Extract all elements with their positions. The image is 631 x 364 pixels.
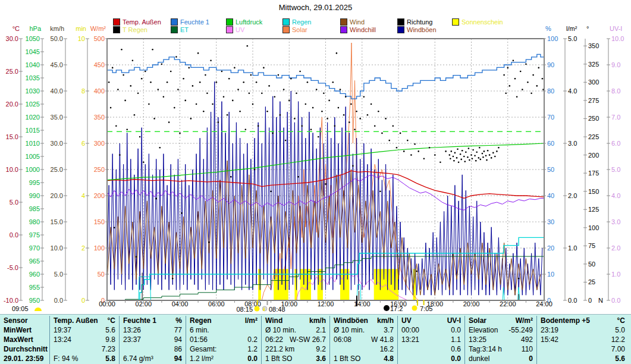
svg-text:0: 0	[81, 297, 85, 304]
svg-text:75: 75	[588, 242, 595, 249]
svg-text:20.0: 20.0	[51, 192, 63, 199]
svg-text:4.0: 4.0	[611, 192, 620, 199]
svg-text:W/m²: W/m²	[90, 25, 106, 32]
row-label: Durchschnitt	[4, 344, 48, 354]
cell-value: 0	[529, 354, 533, 363]
svg-text:10: 10	[78, 35, 85, 42]
cell-value: 7.23	[102, 344, 115, 354]
cell-value: 0.6	[451, 344, 461, 354]
cell-label: 13:25	[469, 335, 486, 344]
cell-label: 23:37	[123, 335, 141, 344]
table-row: 06:08W 41.8	[330, 335, 397, 344]
table-row-label: MinWert	[0, 325, 49, 335]
table-row: 13:2677	[120, 325, 186, 335]
column-name: Windböen	[334, 316, 368, 325]
ephemeris-time: 09:05	[12, 305, 29, 312]
svg-text:275: 275	[588, 97, 599, 104]
svg-text:995: 995	[29, 179, 40, 186]
cell-label: 6.74 g/m³	[123, 354, 153, 363]
svg-text:hPa: hPa	[29, 25, 41, 32]
stats-table: SensorMinWertMaxWertDurchschnitt29.01. 2…	[0, 314, 631, 364]
svg-text:°C: °C	[12, 25, 20, 32]
table-row: 7.00	[537, 344, 629, 354]
weather-chart-svg: -10.0-5.00.05.010.015.020.025.030.0°C950…	[0, 0, 631, 364]
svg-text:955: 955	[29, 284, 40, 291]
cell-label: 00:00	[401, 325, 419, 335]
svg-text:2.0: 2.0	[568, 192, 577, 199]
svg-text:50.0: 50.0	[51, 35, 63, 42]
svg-text:15.0: 15.0	[51, 218, 63, 225]
ephemeris-time: 17:2	[390, 305, 403, 312]
column-name: UV	[401, 316, 412, 325]
cell-value: 1.2	[247, 344, 258, 354]
cell-value: 77	[174, 325, 182, 335]
svg-text:1000: 1000	[26, 166, 40, 173]
cell-label: 01:56	[190, 335, 208, 344]
table-header-row: Bodentemp +5°C	[537, 316, 629, 325]
cell-label: Ø 10 min.	[265, 325, 296, 335]
table-header-row: Windböenkm/h	[330, 316, 397, 325]
table-col-temp-au-en: Temp. Außen°C19:375.613:249.87.23F: 94 %…	[49, 316, 119, 364]
svg-text:0: 0	[588, 297, 592, 304]
svg-text:15.0: 15.0	[6, 133, 18, 140]
svg-text:0.0: 0.0	[10, 231, 18, 239]
svg-text:5.0: 5.0	[568, 35, 577, 42]
svg-text:1045: 1045	[26, 48, 40, 55]
column-unit: °C	[617, 316, 625, 325]
sunshine-bar	[340, 269, 349, 300]
svg-text:5.0: 5.0	[611, 166, 620, 173]
column-name: Feuchte 1	[123, 316, 156, 325]
svg-text:2.0: 2.0	[611, 244, 620, 252]
cell-value: 492	[521, 335, 533, 344]
cell-label: F: 94 %	[54, 354, 78, 363]
column-unit: km/h	[377, 316, 394, 325]
svg-text:30.0: 30.0	[6, 35, 18, 42]
table-col-regen: Regenl/m²6 min.01:560.2Gesamt:1.21.2 l/m…	[186, 316, 261, 364]
x-axis-label: 06:00	[208, 300, 225, 307]
row-label: Sensor	[4, 316, 28, 325]
cell-label: 06:22	[265, 335, 283, 344]
cell-label: 1 Bft SO	[334, 354, 360, 363]
cell-value: 3.7	[384, 325, 394, 335]
cell-value: 1.1	[451, 335, 461, 344]
table-header-row: Temp. Außen°C	[50, 316, 119, 325]
table-row: 13:25492	[465, 335, 536, 344]
svg-text:35.0: 35.0	[51, 114, 63, 121]
table-row: 5.6	[537, 354, 629, 363]
table-row-label: 29.01. 23:59	[0, 354, 49, 363]
svg-text:l/m²: l/m²	[566, 25, 577, 32]
cell-label: Tag:3:14 h	[469, 344, 502, 354]
svg-text:3.0: 3.0	[568, 140, 577, 147]
svg-text:9.0: 9.0	[611, 61, 620, 68]
svg-text:25: 25	[588, 278, 595, 285]
table-row: 00:000.0	[398, 325, 464, 335]
cell-value: 5.8	[105, 354, 115, 363]
table-row: Elevation-55.249	[465, 325, 536, 335]
svg-text:10: 10	[547, 271, 554, 278]
svg-text:350: 350	[588, 42, 599, 49]
svg-text:3.0: 3.0	[611, 218, 620, 225]
svg-text:%: %	[545, 25, 551, 32]
svg-text:990: 990	[29, 192, 40, 199]
weather-app-window: Mittwoch, 29.01.2025 Temp. AußenFeuchte …	[0, 0, 631, 364]
svg-text:30: 30	[547, 218, 554, 225]
svg-text:10.0: 10.0	[611, 35, 624, 42]
column-name: Temp. Außen	[54, 316, 98, 325]
table-header-row: Regenl/m²	[186, 316, 261, 325]
svg-text:1015: 1015	[26, 127, 40, 134]
cell-label: 1 Bft SO	[265, 354, 292, 363]
svg-text:0.0: 0.0	[54, 297, 63, 304]
svg-text:7.0: 7.0	[611, 114, 620, 121]
svg-text:1030: 1030	[26, 87, 40, 95]
x-axis-label: 24:00	[536, 300, 552, 307]
svg-text:100: 100	[547, 35, 558, 42]
series-windchill	[107, 175, 544, 210]
svg-text:125: 125	[588, 206, 599, 213]
table-col-wind: Windkm/hØ 10 min.2.106:22W-SW 26.7221.2 …	[261, 316, 329, 364]
row-label: MinWert	[4, 325, 32, 335]
svg-text:350: 350	[94, 114, 105, 121]
svg-text:5.0: 5.0	[10, 199, 18, 206]
table-row: 23:195.0	[537, 325, 629, 335]
column-name: Regen	[190, 316, 212, 325]
svg-text:300: 300	[94, 140, 105, 147]
